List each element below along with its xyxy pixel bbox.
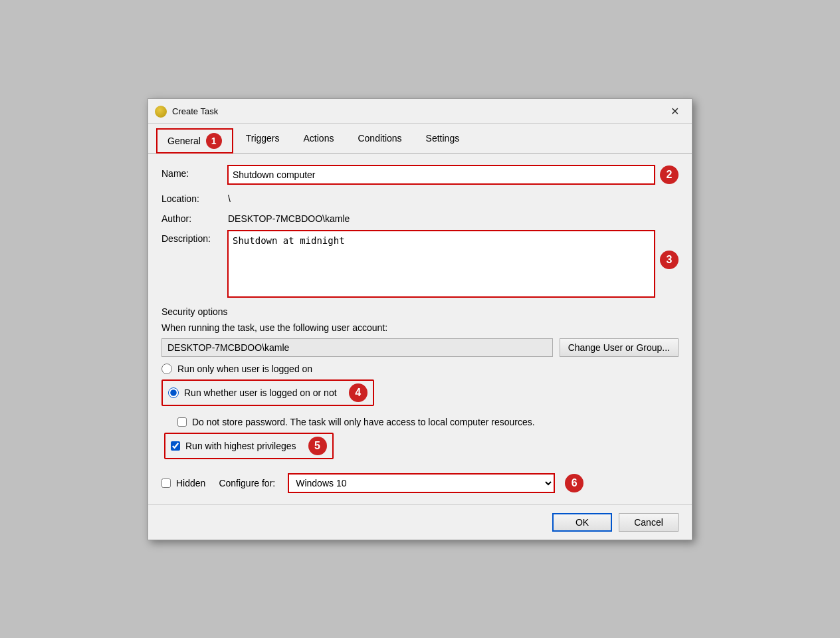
- bottom-row: Hidden Configure for: Windows 10 Windows…: [161, 474, 679, 492]
- tab-settings-label: Settings: [426, 133, 460, 144]
- dialog-title: Create Task: [172, 106, 665, 116]
- tab-conditions[interactable]: Conditions: [346, 128, 413, 154]
- badge-4: 4: [349, 383, 368, 402]
- run-highest-row: Run with highest privileges 5: [164, 433, 334, 459]
- author-label: Author:: [161, 211, 228, 224]
- tab-general-label: General: [167, 136, 201, 146]
- hidden-row: Hidden: [161, 478, 205, 488]
- tab-triggers-label: Triggers: [246, 133, 280, 144]
- badge-6: 6: [565, 474, 583, 492]
- radio-whether-logged-on[interactable]: [168, 387, 179, 398]
- name-input[interactable]: [228, 165, 655, 184]
- create-task-dialog: Create Task ✕ General 1 Triggers Actions…: [148, 98, 692, 540]
- location-row: Location: \: [161, 191, 679, 204]
- title-bar: Create Task ✕: [148, 99, 692, 124]
- configure-select[interactable]: Windows 10 Windows 7, Windows 8 Windows …: [288, 474, 554, 492]
- badge-3: 3: [660, 251, 679, 269]
- tab-bar: General 1 Triggers Actions Conditions Se…: [148, 124, 692, 154]
- configure-label: Configure for:: [219, 478, 275, 488]
- user-account-display: DESKTOP-7MCBDOO\kamle: [161, 338, 553, 357]
- user-account-row: DESKTOP-7MCBDOO\kamle Change User or Gro…: [161, 338, 679, 357]
- cancel-button[interactable]: Cancel: [619, 513, 679, 532]
- tab-conditions-label: Conditions: [358, 133, 401, 144]
- location-value: \: [228, 191, 231, 204]
- run-highest-checkbox[interactable]: [171, 441, 180, 451]
- tab-general[interactable]: General 1: [156, 128, 233, 154]
- tab-actions[interactable]: Actions: [292, 128, 346, 154]
- badge-2: 2: [660, 165, 679, 184]
- tab-content: Name: 2 Location: \ Author: DESKTOP-7MCB…: [148, 154, 692, 504]
- dialog-footer: OK Cancel: [148, 504, 692, 540]
- radio-whether-row: Run whether user is logged on or not 4: [161, 379, 374, 406]
- hidden-checkbox[interactable]: [161, 478, 171, 488]
- tab-triggers[interactable]: Triggers: [235, 128, 291, 154]
- radio-only-logged-on[interactable]: [161, 364, 172, 374]
- ok-button[interactable]: OK: [552, 513, 612, 532]
- do-not-store-label: Do not store password. The task will onl…: [192, 417, 535, 427]
- security-section: Security options When running the task, …: [161, 306, 679, 492]
- radio-whether-logged-on-label: Run whether user is logged on or not: [184, 387, 337, 398]
- author-value: DESKTOP-7MCBDOO\kamle: [228, 211, 350, 224]
- security-label: Security options: [161, 306, 679, 317]
- do-not-store-row: Do not store password. The task will onl…: [177, 417, 679, 427]
- name-label: Name:: [161, 165, 228, 179]
- radio-only-logged-on-label: Run only when user is logged on: [177, 364, 312, 374]
- description-row: Description: Shutdown at midnight 3: [161, 231, 679, 297]
- do-not-store-checkbox[interactable]: [177, 417, 187, 427]
- description-label: Description:: [161, 231, 228, 244]
- badge-5: 5: [308, 437, 327, 455]
- when-running-text: When running the task, use the following…: [161, 322, 679, 333]
- author-row: Author: DESKTOP-7MCBDOO\kamle: [161, 211, 679, 224]
- run-highest-label: Run with highest privileges: [185, 441, 296, 451]
- close-button[interactable]: ✕: [665, 104, 684, 119]
- radio-logged-on-row: Run only when user is logged on: [161, 364, 679, 374]
- location-label: Location:: [161, 191, 228, 204]
- name-row: Name: 2: [161, 165, 679, 184]
- description-textarea[interactable]: Shutdown at midnight: [228, 231, 655, 297]
- tab-settings[interactable]: Settings: [415, 128, 471, 154]
- tab-actions-label: Actions: [304, 133, 334, 144]
- change-user-button[interactable]: Change User or Group...: [560, 338, 679, 357]
- badge-1: 1: [206, 133, 222, 149]
- dialog-icon: [155, 106, 167, 118]
- hidden-label: Hidden: [176, 478, 205, 488]
